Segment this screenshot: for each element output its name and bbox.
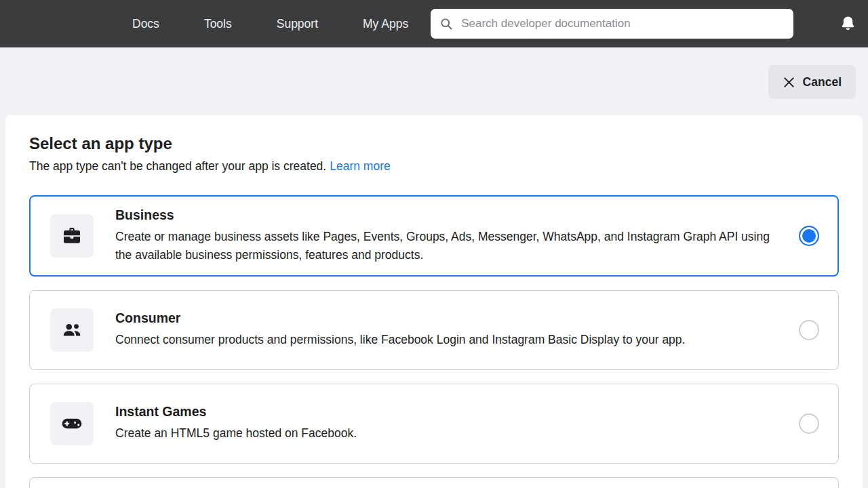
option-description: Connect consumer products and permission…	[115, 331, 778, 349]
radio-business[interactable]	[799, 226, 819, 246]
people-icon	[50, 308, 94, 352]
option-title: Instant Games	[115, 404, 778, 420]
close-icon	[783, 76, 795, 89]
search-icon	[439, 17, 453, 30]
radio-consumer[interactable]	[799, 320, 819, 340]
option-description: Create or manage business assets like Pa…	[115, 228, 778, 264]
option-text: Instant Games Create an HTML5 game hoste…	[115, 404, 799, 443]
cancel-button-label: Cancel	[803, 75, 842, 89]
search-box[interactable]	[431, 9, 793, 39]
subtitle-text: The app type can't be changed after your…	[29, 159, 326, 173]
cancel-button[interactable]: Cancel	[768, 65, 856, 99]
top-navbar: Docs Tools Support My Apps	[0, 0, 868, 47]
option-card-consumer[interactable]: Consumer Connect consumer products and p…	[29, 290, 839, 370]
briefcase-icon	[50, 214, 94, 258]
app-type-options: Business Create or manage business asset…	[29, 195, 839, 488]
cancel-row: Cancel	[0, 47, 868, 115]
option-text: Consumer Connect consumer products and p…	[115, 310, 799, 349]
gamepad-icon	[50, 402, 94, 445]
option-card-business[interactable]: Business Create or manage business asset…	[29, 195, 839, 277]
learn-more-link[interactable]: Learn more	[330, 159, 391, 173]
nav-item-my-apps[interactable]: My Apps	[363, 17, 408, 31]
nav-item-tools[interactable]: Tools	[204, 17, 232, 31]
app-type-panel: Select an app type The app type can't be…	[5, 115, 863, 488]
option-description: Create an HTML5 game hosted on Facebook.	[115, 424, 778, 443]
radio-instant-games[interactable]	[799, 413, 819, 434]
search-input[interactable]	[460, 16, 785, 31]
option-card-partial[interactable]	[29, 477, 839, 488]
option-card-instant-games[interactable]: Instant Games Create an HTML5 game hoste…	[29, 384, 839, 464]
nav-item-docs[interactable]: Docs	[132, 17, 159, 31]
bell-icon[interactable]	[839, 15, 857, 33]
page-subtitle: The app type can't be changed after your…	[29, 159, 839, 174]
nav-links: Docs Tools Support My Apps	[132, 17, 408, 31]
page-title: Select an app type	[29, 134, 839, 154]
nav-item-support[interactable]: Support	[277, 17, 318, 31]
option-title: Consumer	[115, 310, 778, 326]
option-text: Business Create or manage business asset…	[115, 207, 799, 264]
option-title: Business	[115, 207, 778, 223]
